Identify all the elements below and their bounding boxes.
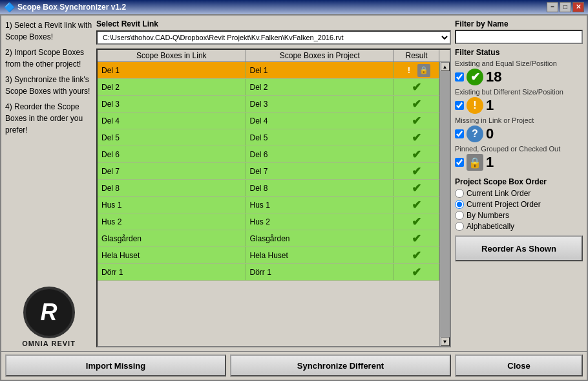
- header-link: Scope Boxes in Link: [98, 50, 246, 61]
- main-window: 1) Select a Revit link with Scope Boxes!…: [0, 14, 588, 381]
- cell-link: Del 5: [98, 129, 246, 146]
- cell-project: Hus 1: [246, 197, 395, 213]
- status-description-1: Existing but Different Size/Position: [455, 88, 583, 96]
- radio-alpha[interactable]: [455, 222, 464, 231]
- scroll-up-arrow[interactable]: ▲: [441, 62, 450, 71]
- header-project: Scope Boxes in Project: [246, 50, 395, 61]
- cell-link: Del 6: [98, 146, 246, 162]
- step4-text: 4) Reorder the Scope Boxes in the order …: [5, 101, 92, 136]
- status-checkbox-0[interactable]: [455, 72, 464, 82]
- filter-name-input[interactable]: [455, 30, 583, 44]
- app-icon: 🔷: [4, 2, 15, 12]
- table-row[interactable]: Del 4Del 4✔: [98, 113, 439, 129]
- step2-text: 2) Import Scope Boxes from the other pro…: [5, 47, 92, 70]
- title-bar: 🔷 Scope Box Synchronizer v1.2 – □ ✕: [0, 0, 588, 14]
- cell-project: Del 7: [246, 163, 395, 179]
- status-description-0: Existing and Equal Size/Position: [455, 60, 583, 67]
- maximize-button[interactable]: □: [560, 2, 571, 12]
- table-row[interactable]: Dörr 1Dörr 1✔: [98, 264, 439, 281]
- status-row-1: !1: [455, 97, 583, 114]
- cell-result: ✔: [394, 79, 439, 95]
- table-row[interactable]: Del 6Del 6✔: [98, 146, 439, 163]
- status-checkbox-1[interactable]: [455, 101, 464, 110]
- cell-project: Hus 2: [246, 213, 395, 230]
- scope-order-label: Project Scope Box Order: [455, 177, 583, 186]
- cell-project: Del 5: [246, 129, 395, 146]
- table-row[interactable]: Hus 1Hus 1✔: [98, 197, 439, 213]
- warning-icon: !: [403, 64, 415, 77]
- cell-project: Del 1: [246, 62, 395, 78]
- radio-row-1: Current Project Order: [455, 200, 583, 209]
- cell-link: Del 3: [98, 96, 246, 112]
- check-icon: ✔: [412, 248, 421, 263]
- check-icon: ✔: [412, 232, 421, 246]
- import-missing-button[interactable]: Import Missing: [5, 354, 226, 376]
- cell-result: ✔: [394, 264, 439, 280]
- status-description-2: Missing in Link or Project: [455, 116, 583, 124]
- link-dropdown[interactable]: C:\Users\thohov.CAD-Q\Dropbox\Revit Proj…: [96, 30, 451, 45]
- table-row[interactable]: Del 7Del 7✔: [98, 163, 439, 180]
- table-row[interactable]: Del 2Del 2✔: [98, 79, 439, 96]
- cell-project: Del 2: [246, 79, 395, 95]
- status-row-3: 🔒1: [455, 154, 583, 171]
- cell-result: ✔: [394, 129, 439, 146]
- status-count-0: 18: [486, 69, 501, 85]
- minimize-button[interactable]: –: [547, 2, 558, 12]
- cell-result: ✔: [394, 247, 439, 263]
- right-panel: Filter by Name Filter Status Existing an…: [455, 19, 583, 347]
- check-icon: ✔: [412, 131, 421, 145]
- check-icon: ✔: [412, 147, 421, 162]
- step1-text: 1) Select a Revit link with Scope Boxes!: [5, 19, 92, 43]
- cell-link: Del 2: [98, 79, 246, 95]
- cell-project: Del 8: [246, 180, 395, 196]
- radio-link[interactable]: [455, 189, 464, 198]
- filter-status-section: Filter Status Existing and Equal Size/Po…: [455, 48, 583, 173]
- status-description-3: Pinned, Grouped or Checked Out: [455, 145, 583, 153]
- step3-text: 3) Synchronize the link's Scope Boxes wi…: [5, 74, 92, 97]
- logo-icon: R: [23, 287, 75, 338]
- table-row[interactable]: GlasgårdenGlasgården✔: [98, 230, 439, 247]
- radio-row-2: By Numbers: [455, 211, 583, 220]
- check-icon: ✔: [412, 181, 421, 195]
- status-checkbox-3[interactable]: [455, 158, 464, 167]
- cell-link: Hus 2: [98, 213, 246, 230]
- scrollbar[interactable]: ▲ ▼: [439, 62, 450, 346]
- scroll-track[interactable]: [440, 71, 450, 337]
- check-icon: ✔: [412, 215, 421, 229]
- cell-link: Hus 1: [98, 197, 246, 213]
- status-checkbox-2[interactable]: [455, 129, 464, 138]
- check-icon: ✔: [412, 198, 421, 212]
- scroll-down-arrow[interactable]: ▼: [441, 337, 450, 346]
- cell-result: ✔: [394, 113, 439, 129]
- cell-project: Glasgården: [246, 230, 395, 246]
- scope-box-table: Scope Boxes in Link Scope Boxes in Proje…: [96, 49, 451, 347]
- table-row[interactable]: Del 8Del 8✔: [98, 180, 439, 197]
- status-help-icon: ?: [467, 125, 483, 142]
- status-row-2: ?0: [455, 125, 583, 142]
- close-main-button[interactable]: Close: [455, 354, 583, 376]
- close-button[interactable]: ✕: [572, 2, 584, 12]
- cell-result: ✔: [394, 146, 439, 162]
- radio-numbers[interactable]: [455, 211, 464, 220]
- check-icon: ✔: [412, 97, 421, 111]
- check-icon: ✔: [412, 114, 421, 128]
- window-controls: – □ ✕: [547, 2, 584, 12]
- middle-panel: Select Revit Link C:\Users\thohov.CAD-Q\…: [96, 19, 451, 347]
- table-row[interactable]: Del 3Del 3✔: [98, 96, 439, 113]
- logo-area: R OMNIA REVIT: [5, 287, 92, 347]
- status-row-0: ✔18: [455, 69, 583, 85]
- cell-result: ✔: [394, 163, 439, 179]
- cell-link: Del 8: [98, 180, 246, 196]
- status-rows: Existing and Equal Size/Position✔18Exist…: [455, 60, 583, 171]
- status-lock-icon: 🔒: [467, 154, 483, 171]
- synchronize-different-button[interactable]: Synchronize Different: [230, 354, 451, 376]
- radio-project[interactable]: [455, 200, 464, 209]
- cell-link: Dörr 1: [98, 264, 246, 280]
- table-row[interactable]: Del 5Del 5✔: [98, 129, 439, 146]
- table-row[interactable]: Del 1Del 1!🔒: [98, 62, 439, 79]
- check-icon: ✔: [412, 265, 421, 279]
- cell-project: Del 3: [246, 96, 395, 112]
- reorder-button[interactable]: Reorder As Shown: [455, 235, 583, 261]
- table-row[interactable]: Hela HusetHela Huset✔: [98, 247, 439, 264]
- table-row[interactable]: Hus 2Hus 2✔: [98, 213, 439, 230]
